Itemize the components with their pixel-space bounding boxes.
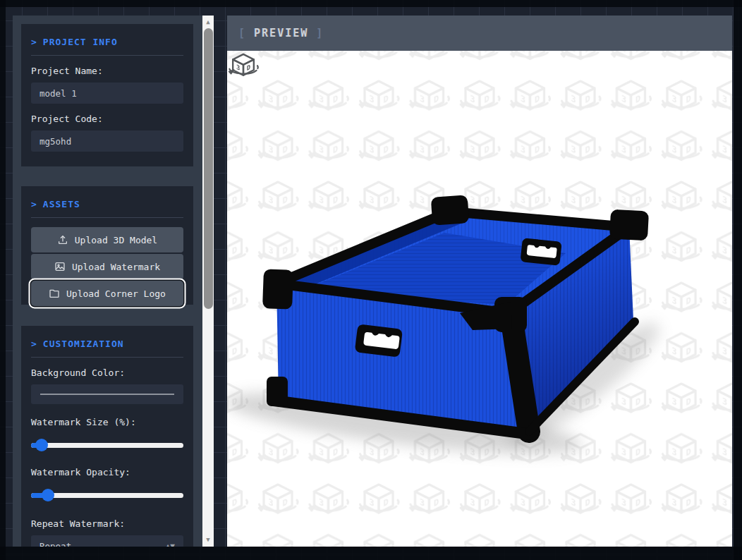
caret-icon: > xyxy=(31,199,37,209)
top-edge-band xyxy=(0,0,742,7)
slider-thumb[interactable] xyxy=(35,439,48,451)
slider-track[interactable] xyxy=(31,443,183,448)
slider-thumb[interactable] xyxy=(42,489,54,501)
scrollbar-thumb[interactable] xyxy=(204,28,213,309)
project-name-input[interactable]: model 1 xyxy=(31,83,183,104)
preview-title: [ PREVIEW ] xyxy=(238,27,324,39)
watermark-size-slider[interactable] xyxy=(31,439,183,451)
corner-3d-cube-logo xyxy=(227,51,260,82)
select-updown-icon: ▲▼ xyxy=(166,542,175,547)
repeat-watermark-select[interactable]: Repeat ▲▼ xyxy=(31,535,183,547)
preview-header: [ PREVIEW ] xyxy=(227,16,732,51)
crate-front-handle xyxy=(355,324,403,358)
upload-corner-logo-button[interactable]: Upload Corner Logo xyxy=(31,281,183,306)
section-header-assets: >ASSETS xyxy=(31,196,183,209)
project-code-label: Project Code: xyxy=(31,114,183,124)
watermark-opacity-slider[interactable] xyxy=(31,489,183,501)
caret-icon: > xyxy=(31,339,37,349)
upload-icon xyxy=(57,234,68,245)
upload-3d-model-button[interactable]: Upload 3D Model xyxy=(31,227,183,252)
repeat-watermark-label: Repeat Watermark: xyxy=(31,518,183,529)
panel-customization: >CUSTOMIZATION Background Color: Waterma… xyxy=(21,326,193,547)
section-header-project-info: >PROJECT INFO xyxy=(31,34,183,47)
section-divider xyxy=(31,217,183,218)
caret-icon: > xyxy=(31,37,37,47)
sidebar-scrollbar[interactable]: ▲ ▼ xyxy=(202,16,214,547)
scrollbar-up-arrow[interactable]: ▲ xyxy=(202,17,214,27)
preview-viewport[interactable]: 3 D xyxy=(227,51,732,547)
project-name-label: Project Name: xyxy=(31,66,183,76)
section-divider xyxy=(31,55,183,56)
color-swatch-line xyxy=(40,394,174,395)
sidebar: >PROJECT INFO Project Name: model 1 Proj… xyxy=(13,16,214,547)
upload-watermark-button[interactable]: Upload Watermark xyxy=(31,254,183,279)
crate-back-handle xyxy=(520,238,561,266)
watermark-size-label: Watermark Size (%): xyxy=(31,417,183,427)
project-code-input[interactable]: mg5ohd xyxy=(31,130,183,152)
background-color-input[interactable] xyxy=(31,384,183,404)
image-icon xyxy=(54,261,66,272)
bottom-edge-band xyxy=(0,547,742,560)
model-3d-crate[interactable] xyxy=(227,51,732,547)
scrollbar-down-arrow[interactable]: ▼ xyxy=(202,535,214,544)
left-edge-band xyxy=(0,0,6,560)
section-header-customization: >CUSTOMIZATION xyxy=(31,336,183,349)
panel-assets: >ASSETS Upload 3D Model Upload Watermark xyxy=(21,186,193,305)
section-divider xyxy=(31,357,183,358)
background-color-label: Background Color: xyxy=(31,367,183,378)
watermark-opacity-label: Watermark Opacity: xyxy=(31,467,183,477)
folder-icon xyxy=(49,288,60,299)
panel-project-info: >PROJECT INFO Project Name: model 1 Proj… xyxy=(21,24,193,166)
right-edge-band xyxy=(734,0,742,560)
